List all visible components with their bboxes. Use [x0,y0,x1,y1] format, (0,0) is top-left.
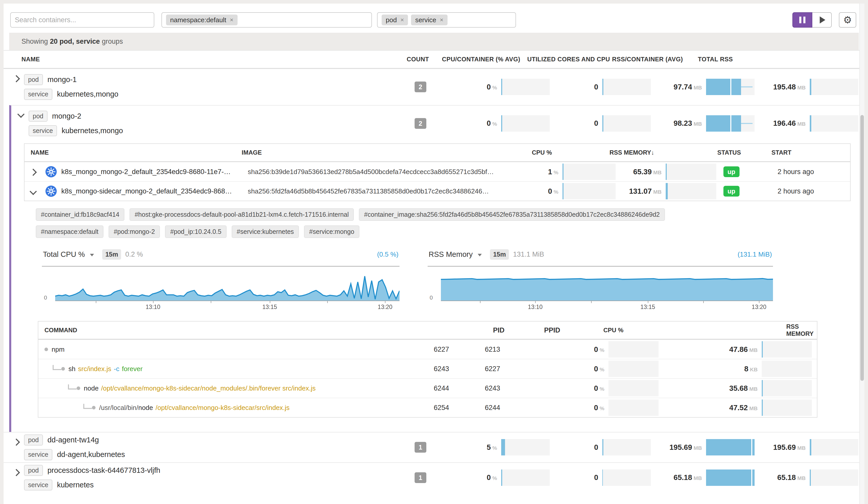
scrollbar-thumb[interactable] [860,115,864,381]
process-arg-path: /opt/cvallance/mongo-k8s-sidecar/src/ind… [156,404,290,412]
container-row-mongo[interactable]: k8s_mongo_mongo-2_default_2354edc9-8680-… [24,162,850,181]
pause-button[interactable] [792,12,812,28]
kubernetes-icon [45,185,57,197]
tag-service-kubernetes[interactable]: #service:kubernetes [232,225,299,238]
rss-avg-value: 195.69MB [651,443,702,452]
container-cpu-bar [562,163,616,180]
process-cpu-value: 0% [544,365,604,373]
groupby-input[interactable]: pod× service× [377,12,516,28]
cpu-avg-value: 0% [438,119,497,128]
search-input[interactable] [10,12,154,28]
settings-button[interactable]: ⚙ [839,12,856,28]
col-header-rss-memory[interactable]: RSS MEMORY↓ [609,149,710,156]
tag-namespace[interactable]: #namespace:default [36,225,103,238]
process-pid: 6254 [434,404,485,412]
container-row-mongo-sidecar[interactable]: k8s_mongo-sidecar_mongo-2_default_2354ed… [24,181,850,201]
process-rss-value: 47.52MB [659,404,758,412]
time-range-badge: 15m [102,249,121,260]
process-row-sh[interactable]: shsrc/index.js-cforever 6243 6227 0% 8KB [38,359,817,378]
pod-name: dd-agent-tw14g [48,436,99,444]
collapse-chevron-icon[interactable] [17,110,24,118]
col-header-process-rss[interactable]: RSS MEMORY [664,323,817,337]
cpu-avg-bar [501,79,550,95]
y-axis-zero-label: 0 [44,294,47,301]
process-row-node-forever[interactable]: node/opt/cvallance/mongo-k8s-sidecar/nod… [38,378,817,398]
col-header-process-cpu[interactable]: CPU % [603,326,664,334]
process-arg-path: src/index.js [78,365,111,373]
pod-group-row-mongo-2[interactable]: podmongo-2 servicekubernetes,mongo 2 0% … [11,105,865,142]
pod-group-row-mongo-1[interactable]: podmongo-1 servicekubernetes,mongo 2 0% … [3,69,865,105]
col-header-cpu[interactable]: CPU/CONTAINER (% AVG) [442,56,520,63]
process-command: sh [69,365,75,373]
groupby-tag-pod[interactable]: pod× [382,14,408,25]
expand-chevron-icon[interactable] [13,439,20,446]
rss-chart-metric-select[interactable]: RSS Memory [428,250,473,259]
process-cpu-bar [609,400,659,416]
tag-service-mongo[interactable]: #service:mongo [304,225,359,238]
container-rss-value: 65.39MB [616,168,662,176]
col-header-status[interactable]: STATUS [710,149,772,156]
container-start-time: 2 hours ago [777,187,850,195]
total-rss-bar [810,79,858,95]
process-row-node[interactable]: /usr/local/bin/node/opt/cvallance/mongo-… [38,398,817,417]
filter-tag-namespace[interactable]: namespace:default× [166,14,238,25]
collapse-chevron-icon[interactable] [30,188,37,195]
col-header-command[interactable]: COMMAND [38,326,493,334]
container-rss-value: 131.07MB [616,187,662,195]
process-command: npm [52,345,65,353]
pod-group-expanded-mongo-2: podmongo-2 servicekubernetes,mongo 2 0% … [9,105,865,432]
groupby-tag-label: service [415,17,436,23]
rss-chart-block: RSS Memory 15m 131.1 MiB (131.1 MiB) 0 1… [427,246,773,311]
play-button[interactable] [812,12,832,28]
tag-container-image[interactable]: #container_image:sha256:5fd2fa46d5b8b456… [359,208,665,221]
pod-name: processdocs-task-644677813-vljfh [48,466,161,475]
col-header-count[interactable]: COUNT [407,56,429,63]
col-header-pid[interactable]: PID [493,326,544,334]
groupby-tag-service[interactable]: service× [411,14,447,25]
col-header-total[interactable]: TOTAL RSS [698,56,733,63]
service-type-badge: service [29,125,57,136]
rss-sparkline-chart: 13:1013:1513:20 [441,274,773,311]
content-area: namespace:default× pod× service× ⚙ Showi… [3,3,865,504]
rss-peak-value[interactable]: (131.1 MiB) [738,251,772,259]
remove-groupby-icon[interactable]: × [400,17,404,23]
col-header-ppid[interactable]: PPID [544,326,603,334]
cpu-chart-metric-select[interactable]: Total CPU % [43,250,85,259]
expand-chevron-icon[interactable] [13,75,20,82]
tag-container-id[interactable]: #container_id:fb18c9acf414 [36,208,124,221]
col-header-name[interactable]: NAME [21,56,40,63]
status-text-count: 20 pod, service [50,38,100,46]
tag-pod-ip[interactable]: #pod_ip:10.24.0.5 [165,225,226,238]
tag-pod[interactable]: #pod:mongo-2 [108,225,160,238]
container-count-badge: 1 [415,472,426,483]
rss-avg-bar [706,115,755,132]
process-row-npm[interactable]: npm 6227 6213 0% 47.86MB [38,340,817,359]
pod-name: mongo-2 [52,112,81,120]
pod-group-row-processdocs-task[interactable]: podprocessdocs-task-644677813-vljfh serv… [3,462,865,493]
col-header-cores[interactable]: UTILIZED CORES AND CPU [527,56,610,63]
remove-groupby-icon[interactable]: × [440,17,443,23]
container-cpu-value: 0% [497,187,558,195]
cores-value: 0 [550,443,598,452]
cpu-current-value: 0.2 % [125,251,143,259]
tree-branch-icon [53,365,61,370]
cpu-peak-value[interactable]: (0.5 %) [377,251,399,259]
vertical-scrollbar[interactable] [859,3,865,504]
service-names: kubernetes [57,481,94,489]
service-type-badge: service [24,449,52,460]
expand-chevron-icon[interactable] [13,469,20,476]
col-header-container-name[interactable]: NAME [24,149,242,156]
cores-value: 0 [550,119,598,128]
sort-desc-icon: ↓ [651,149,654,156]
col-header-cpu-pct[interactable]: CPU % [491,149,609,156]
col-header-start[interactable]: START [772,149,850,156]
col-header-image[interactable]: IMAGE [242,149,491,156]
process-pid: 6243 [434,365,485,373]
pod-group-row-dd-agent[interactable]: poddd-agent-tw14g servicedd-agent,kubern… [3,432,865,462]
filter-input[interactable]: namespace:default× [162,12,372,28]
remove-filter-icon[interactable]: × [230,17,234,23]
pod-type-badge: pod [24,74,43,85]
expand-chevron-icon[interactable] [30,169,37,176]
col-header-rss[interactable]: RSS/CONTAINER (AVG) [612,56,683,63]
tag-host[interactable]: #host:gke-processdocs-default-pool-a81d1… [130,208,354,221]
